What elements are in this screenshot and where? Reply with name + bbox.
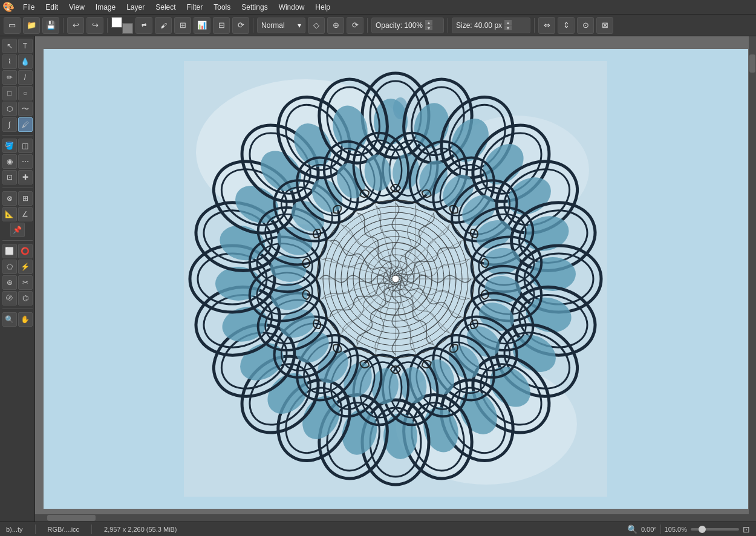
- canvas-area[interactable]: [35, 36, 756, 521]
- rotate-button[interactable]: ⊙: [577, 17, 594, 34]
- zoom-controls: 🔍 0.00° 105.0% ⊡: [627, 525, 750, 534]
- smudge-tool[interactable]: ⋯: [18, 154, 33, 169]
- toolbar-separator-4: [367, 18, 368, 33]
- flip-horiz-button[interactable]: ⇔: [538, 17, 555, 34]
- colorspace: RGB/....icc: [48, 526, 80, 533]
- color-pair[interactable]: [111, 17, 133, 34]
- transform-tool[interactable]: ⊗: [2, 191, 17, 206]
- paint-dynamics-button[interactable]: 📊: [194, 17, 210, 34]
- tool-row-8: ◉ ⋯: [2, 154, 33, 169]
- angle-tool[interactable]: ∠: [18, 207, 33, 221]
- tool-row-5: ⬡ 〜: [2, 102, 33, 116]
- paint-bucket-tool[interactable]: 🪣: [2, 139, 17, 153]
- line-tool[interactable]: /: [18, 70, 33, 85]
- size-spinner[interactable]: ▲ ▼: [504, 20, 512, 30]
- menu-tools[interactable]: Tools: [209, 2, 235, 13]
- pin-tool[interactable]: 📌: [10, 223, 25, 237]
- toolbar-separator-5: [448, 18, 448, 33]
- menu-view[interactable]: View: [64, 2, 90, 13]
- tool-row-6: ∫ 🖊: [2, 117, 33, 132]
- freehand-tool[interactable]: 〜: [18, 102, 33, 116]
- node-tool[interactable]: ⌇: [2, 54, 17, 69]
- iscissors-tool[interactable]: ⌬: [18, 291, 33, 306]
- zoom-tool[interactable]: 🔍: [2, 312, 17, 327]
- mode-selector[interactable]: Normal ▾: [257, 18, 305, 33]
- alpha-button[interactable]: ⊕: [327, 17, 344, 34]
- zoom-fit-button[interactable]: ⊡: [743, 525, 750, 534]
- tool-row-15: ⊛ ✂: [2, 275, 33, 290]
- undo-button[interactable]: ↩: [67, 17, 84, 34]
- horizontal-scrollbar[interactable]: [35, 514, 756, 521]
- opacity-up[interactable]: ▲: [425, 20, 432, 25]
- measure-tool[interactable]: 📐: [2, 207, 17, 221]
- toolbar-separator-6: [534, 18, 535, 33]
- menu-layer[interactable]: Layer: [122, 2, 149, 13]
- rect-select-tool[interactable]: ⬜: [2, 244, 17, 258]
- polygon-tool[interactable]: ⬡: [2, 102, 17, 116]
- background-color[interactable]: [122, 23, 133, 34]
- rect-tool[interactable]: □: [2, 86, 17, 100]
- pencil-tool[interactable]: ✏: [2, 70, 17, 85]
- scrollbar-thumb-v[interactable]: [749, 54, 755, 73]
- toolbar-separator-1: [63, 18, 64, 33]
- toolbar: ▭ 📁 💾 ↩ ↪ ⇄ 🖌 ⊞ 📊 ⊟ ⟳ Normal ▾ ◇ ⊕ ⟳ Opa…: [0, 15, 756, 36]
- menu-settings[interactable]: Settings: [236, 2, 272, 13]
- save-button[interactable]: 💾: [42, 17, 59, 34]
- canvas-artwork: [184, 61, 607, 497]
- brush-settings-button[interactable]: 🖌: [155, 17, 172, 34]
- clone-tool[interactable]: ⊡: [2, 170, 17, 185]
- fuzzy-select-tool[interactable]: ⚡: [18, 260, 33, 274]
- erase-button[interactable]: ◇: [308, 17, 325, 34]
- main-area: ↖ T ⌇ 💧 ✏ / □ ○ ⬡ 〜 ∫ 🖊 🪣 ◫ ◉ ⋯: [0, 36, 756, 521]
- ellipse-select-tool[interactable]: ⭕: [18, 244, 33, 258]
- opacity-down[interactable]: ▼: [425, 25, 432, 30]
- menu-select[interactable]: Select: [151, 2, 180, 13]
- size-down[interactable]: ▼: [504, 25, 512, 30]
- pattern-button[interactable]: ⊟: [213, 17, 230, 34]
- redo-button[interactable]: ↪: [86, 17, 103, 34]
- ellipse-tool[interactable]: ○: [18, 86, 33, 100]
- tool-options-button[interactable]: ⊞: [174, 17, 191, 34]
- blur-tool[interactable]: ◉: [2, 154, 17, 169]
- zoom-slider[interactable]: [691, 528, 739, 531]
- menu-filter[interactable]: Filter: [182, 2, 208, 13]
- size-up[interactable]: ▲: [504, 20, 512, 25]
- gradient-tool[interactable]: ◫: [18, 139, 33, 153]
- calligraphy-tool[interactable]: 🖊: [18, 117, 33, 132]
- opacity-field[interactable]: Opacity: 100% ▲ ▼: [371, 18, 444, 33]
- opacity-spinner[interactable]: ▲ ▼: [425, 20, 432, 30]
- align-tool[interactable]: ⊞: [18, 191, 33, 206]
- new-button[interactable]: ▭: [4, 17, 21, 34]
- foreground-color[interactable]: [111, 17, 122, 28]
- tool-row-16: 〄 ⌬: [2, 291, 33, 306]
- vertical-scrollbar[interactable]: [749, 36, 756, 521]
- tool-row-13: ⬜ ⭕: [2, 244, 33, 258]
- scale-button[interactable]: ⊠: [596, 17, 613, 34]
- flip-vert-button[interactable]: ⇕: [558, 17, 575, 34]
- bezier-tool[interactable]: ∫: [2, 117, 17, 132]
- size-field[interactable]: Size: 40.00 px ▲ ▼: [452, 18, 530, 33]
- select-tool[interactable]: ↖: [2, 39, 17, 53]
- lock-alpha-button[interactable]: ⟳: [347, 17, 363, 34]
- size-label: Size: 40.00 px: [456, 21, 502, 30]
- opacity-label: Opacity: 100%: [376, 21, 423, 30]
- scrollbar-thumb-h[interactable]: [47, 515, 96, 521]
- pan-tool[interactable]: ✋: [18, 312, 33, 327]
- text-tool[interactable]: T: [18, 39, 33, 53]
- refresh-button[interactable]: ⟳: [232, 17, 249, 34]
- scissors-tool[interactable]: ✂: [18, 275, 33, 290]
- menu-file[interactable]: File: [18, 2, 39, 13]
- paths-select-tool[interactable]: 〄: [2, 291, 17, 306]
- free-select-tool[interactable]: ⬠: [2, 260, 17, 274]
- swap-colors-button[interactable]: ⇄: [135, 17, 152, 34]
- toolbar-separator-2: [107, 18, 108, 33]
- menu-image[interactable]: Image: [91, 2, 120, 13]
- menu-help[interactable]: Help: [310, 2, 335, 13]
- color-select-tool[interactable]: ⊛: [2, 275, 17, 290]
- toolbar-separator-3: [253, 18, 253, 33]
- heal-tool[interactable]: ✚: [18, 170, 33, 185]
- menu-window[interactable]: Window: [274, 2, 310, 13]
- open-button[interactable]: 📁: [23, 17, 40, 34]
- menu-edit[interactable]: Edit: [41, 2, 63, 13]
- eyedropper-tool[interactable]: 💧: [18, 54, 33, 69]
